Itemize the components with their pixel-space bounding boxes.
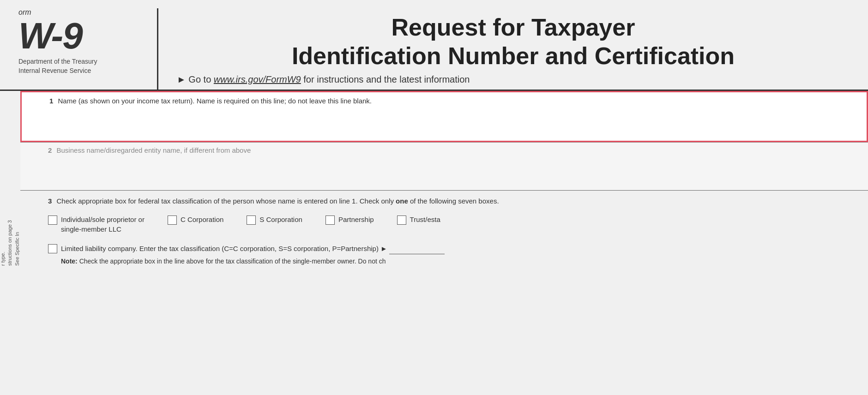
department-line2: Internal Revenue Service bbox=[18, 66, 97, 76]
field-1-label: 1 Name (as shown on your income tax retu… bbox=[49, 97, 859, 105]
main-title-line1: Request for Taxpayer bbox=[177, 13, 850, 42]
note-content: Check the appropriate box in the line ab… bbox=[79, 257, 386, 265]
checkboxes-row: Individual/sole proprietor orsingle-memb… bbox=[48, 215, 861, 234]
checkbox-trust-label: Trust/esta bbox=[410, 215, 440, 224]
subtitle: ► Go to www.irs.gov/FormW9 for instructi… bbox=[177, 74, 850, 85]
form-header: orm W-9 Department of the Treasury Inter… bbox=[0, 0, 868, 91]
page: orm W-9 Department of the Treasury Inter… bbox=[0, 0, 868, 395]
header-left: orm W-9 Department of the Treasury Inter… bbox=[0, 8, 148, 90]
left-sidebar: r type.structions on page 3See Specific … bbox=[0, 91, 20, 275]
sidebar-rotated-text: r type.structions on page 3See Specific … bbox=[0, 220, 21, 266]
checkbox-partnership-label: Partnership bbox=[338, 215, 374, 224]
field-2-text: Business name/disregarded entity name, i… bbox=[57, 146, 251, 154]
checkbox-trust: Trust/esta bbox=[397, 215, 440, 225]
department-info: Department of the Treasury Internal Reve… bbox=[18, 57, 97, 75]
checkbox-partnership: Partnership bbox=[326, 215, 374, 225]
checkbox-partnership-box[interactable] bbox=[326, 215, 335, 225]
llc-note: Note: Check the appropriate box in the l… bbox=[48, 257, 861, 266]
department-line1: Department of the Treasury bbox=[18, 57, 97, 66]
llc-row: Limited liability company. Enter the tax… bbox=[48, 243, 861, 254]
header-divider bbox=[157, 8, 158, 90]
checkbox-c-corp-box[interactable] bbox=[168, 215, 177, 225]
note-bold-label: Note: bbox=[61, 257, 78, 265]
main-form-content: 1 Name (as shown on your income tax retu… bbox=[20, 91, 868, 275]
field-3-text: Check appropriate box for federal tax cl… bbox=[57, 197, 499, 205]
main-title: Request for Taxpayer Identification Numb… bbox=[177, 13, 850, 71]
main-title-line2: Identification Number and Certification bbox=[177, 42, 850, 70]
field-1-input[interactable] bbox=[49, 108, 859, 127]
llc-input-underline bbox=[389, 243, 445, 254]
form-number: W-9 bbox=[18, 18, 82, 54]
header-right: Request for Taxpayer Identification Numb… bbox=[168, 8, 868, 90]
field-3-number: 3 bbox=[48, 197, 52, 205]
field-2-input[interactable] bbox=[48, 158, 861, 176]
field-1-container: 1 Name (as shown on your income tax retu… bbox=[20, 91, 868, 142]
checkbox-llc-box[interactable] bbox=[48, 244, 57, 253]
checkbox-c-corp-label: C Corporation bbox=[181, 215, 223, 224]
checkbox-individual: Individual/sole proprietor orsingle-memb… bbox=[48, 215, 145, 234]
field-1-number: 1 bbox=[49, 97, 53, 105]
checkbox-s-corp-label: S Corporation bbox=[259, 215, 302, 224]
field-3-header: 3 Check appropriate box for federal tax … bbox=[48, 196, 861, 207]
checkbox-individual-label: Individual/sole proprietor orsingle-memb… bbox=[61, 215, 145, 234]
checkbox-c-corp: C Corporation bbox=[168, 215, 223, 225]
checkbox-s-corp-box[interactable] bbox=[247, 215, 256, 225]
checkbox-s-corp: S Corporation bbox=[247, 215, 302, 225]
field-2-number: 2 bbox=[48, 146, 52, 154]
field-2-container: 2 Business name/disregarded entity name,… bbox=[20, 142, 868, 190]
checkbox-individual-box[interactable] bbox=[48, 215, 57, 225]
field-2-label: 2 Business name/disregarded entity name,… bbox=[48, 146, 861, 154]
form-content: r type.structions on page 3See Specific … bbox=[0, 91, 868, 275]
field-1-text: Name (as shown on your income tax return… bbox=[58, 97, 372, 105]
sidebar-text-container: r type.structions on page 3See Specific … bbox=[0, 91, 20, 275]
checkbox-trust-box[interactable] bbox=[397, 215, 406, 225]
llc-text: Limited liability company. Enter the tax… bbox=[61, 243, 861, 254]
field-3-container: 3 Check appropriate box for federal tax … bbox=[20, 190, 868, 275]
